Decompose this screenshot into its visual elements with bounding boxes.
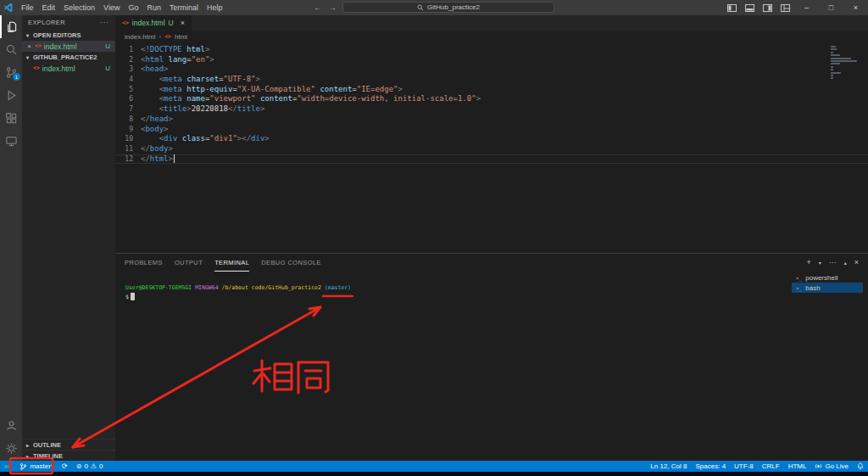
menu-help[interactable]: Help	[203, 0, 227, 15]
terminal-instance-bash[interactable]: >_bash	[792, 283, 863, 293]
sidebar-item-extensions[interactable]	[0, 107, 22, 130]
close-panel-icon[interactable]: ×	[854, 259, 859, 266]
menu-go[interactable]: Go	[124, 0, 142, 15]
explorer-icon	[5, 20, 18, 33]
search-box[interactable]: GitHub_practice2	[342, 2, 554, 13]
panel-tab-problems[interactable]: PROBLEMS	[125, 254, 163, 272]
panel-tab-output[interactable]: OUTPUT	[175, 254, 203, 272]
tab-close-icon[interactable]: ×	[181, 19, 185, 27]
code-line-4[interactable]: 4 <meta charset="UTF-8">	[115, 75, 868, 85]
menu-run[interactable]: Run	[142, 0, 165, 15]
menu-terminal[interactable]: Terminal	[165, 0, 203, 15]
sidebar-item-run-debug[interactable]	[0, 84, 22, 107]
close-editor-icon[interactable]: ×	[26, 42, 32, 50]
code-line-5[interactable]: 5 <meta http-equiv="X-UA-Compatible" con…	[115, 85, 868, 95]
vscode-window: FileEditSelectionViewGoRunTerminalHelp ←…	[0, 0, 868, 476]
section-folder[interactable]: ▾ GITHUB_PRACTICE2	[22, 52, 115, 63]
language-mode[interactable]: HTML	[784, 461, 811, 472]
menu-selection[interactable]: Selection	[59, 0, 99, 15]
menu-edit[interactable]: Edit	[38, 0, 60, 15]
panel-tab-terminal[interactable]: TERMINAL	[214, 254, 249, 272]
chevron-down-icon: ▾	[24, 54, 31, 60]
back-icon[interactable]: ←	[314, 3, 322, 12]
git-branch-status[interactable]: master*	[15, 461, 58, 472]
terminal-cursor	[131, 293, 135, 300]
chevron-right-icon: ▸	[24, 453, 31, 459]
cursor-position[interactable]: Ln 12, Col 8	[646, 461, 691, 472]
code-line-12[interactable]: 12</html>	[115, 154, 868, 165]
close-icon[interactable]: ×	[843, 0, 868, 15]
section-open-editors[interactable]: ▾ OPEN EDITORS	[22, 30, 115, 41]
tab-index-html[interactable]: <> index.html U ×	[115, 15, 192, 31]
code-line-9[interactable]: 9<body>	[115, 125, 868, 135]
maximize-panel-icon[interactable]: ▴	[844, 260, 847, 266]
line-col-label: Ln 12, Col 8	[650, 462, 687, 470]
code-text: <html lang="en">	[141, 55, 214, 65]
minimap[interactable]	[831, 46, 861, 79]
code-line-6[interactable]: 6 <meta name="viewport" content="width=d…	[115, 94, 868, 104]
more-actions-icon[interactable]: ···	[829, 259, 837, 266]
account-button[interactable]	[0, 414, 22, 437]
sync-button[interactable]: ⟳	[58, 461, 72, 472]
terminal-dropdown-icon[interactable]: ▾	[819, 260, 821, 266]
line-number: 8	[115, 115, 141, 125]
eol-setting[interactable]: CRLF	[758, 461, 784, 472]
open-editor-item[interactable]: × <> index.html U	[22, 41, 115, 52]
breadcrumb-file[interactable]: index.html	[125, 33, 155, 41]
code-line-7[interactable]: 7 <title>20220818</title>	[115, 104, 868, 115]
toggle-secondary-sidebar-icon[interactable]	[759, 0, 776, 15]
breadcrumb-symbol[interactable]: html	[175, 33, 187, 41]
more-actions-icon[interactable]: ···	[100, 19, 109, 26]
sidebar-item-source-control[interactable]: 1	[0, 61, 22, 84]
text-cursor	[174, 154, 175, 163]
panel-tab-debug-console[interactable]: DEBUG CONSOLE	[261, 254, 321, 272]
line-number: 2	[115, 55, 141, 65]
maximize-icon[interactable]: □	[819, 0, 843, 15]
run-debug-icon	[5, 89, 18, 102]
explorer-file-item[interactable]: <> index.html U	[22, 63, 115, 74]
code-line-2[interactable]: 2<html lang="en">	[115, 55, 868, 65]
notifications-button[interactable]	[853, 461, 868, 472]
indentation-setting[interactable]: Spaces: 4	[692, 461, 731, 472]
code-text: </html>	[141, 154, 175, 165]
customize-layout-icon[interactable]	[776, 0, 794, 15]
terminal-prompt-char: $	[125, 294, 129, 300]
go-live-button[interactable]: Go Live	[810, 461, 853, 472]
remote-indicator[interactable]: ><	[0, 461, 15, 472]
new-terminal-icon[interactable]: +	[806, 259, 810, 266]
code-text: <meta charset="UTF-8">	[141, 75, 260, 85]
terminal-body: User@DESKTOP-TGEM5GI MINGW64 /b/about co…	[115, 272, 868, 461]
terminal-content[interactable]: User@DESKTOP-TGEM5GI MINGW64 /b/about co…	[115, 272, 868, 302]
line-number: 12	[115, 154, 141, 165]
menu-file[interactable]: File	[17, 0, 38, 15]
encoding-setting[interactable]: UTF-8	[730, 461, 758, 472]
code-line-1[interactable]: 1<!DOCTYPE html>	[115, 45, 868, 55]
sync-icon: ⟳	[62, 463, 68, 470]
toggle-sidebar-icon[interactable]	[723, 0, 741, 15]
menu-view[interactable]: View	[99, 0, 124, 15]
section-outline[interactable]: ▸ OUTLINE	[22, 439, 115, 450]
toggle-panel-icon[interactable]	[741, 0, 759, 15]
terminal-instance-powershell[interactable]: >_powershell	[792, 272, 863, 283]
line-number: 9	[115, 125, 141, 135]
bell-icon	[857, 462, 864, 470]
sidebar-item-search[interactable]	[0, 38, 22, 61]
code-line-11[interactable]: 11</body>	[115, 144, 868, 154]
minimize-icon[interactable]: –	[794, 0, 819, 15]
breadcrumb[interactable]: index.html › <> html	[115, 31, 868, 42]
settings-button[interactable]	[0, 437, 22, 460]
code-line-10[interactable]: 10 <div class="div1"></div>	[115, 134, 868, 144]
code-line-8[interactable]: 8</head>	[115, 115, 868, 125]
go-live-icon	[815, 462, 822, 470]
problems-status[interactable]: ⊘0 ⚠0	[72, 461, 108, 472]
extensions-icon	[5, 112, 18, 125]
line-number: 5	[115, 85, 141, 95]
editor-group: <> index.html U × index.html › <> html 1…	[115, 15, 868, 253]
code-line-3[interactable]: 3<head>	[115, 64, 868, 75]
section-timeline[interactable]: ▸ TIMELINE	[22, 450, 115, 461]
terminal-icon: >_	[796, 275, 802, 281]
forward-icon[interactable]: →	[328, 3, 337, 12]
sidebar-item-explorer[interactable]	[0, 15, 22, 38]
sidebar-item-remote-explorer[interactable]	[0, 130, 22, 153]
command-center: ← → GitHub_practice2	[314, 2, 554, 13]
